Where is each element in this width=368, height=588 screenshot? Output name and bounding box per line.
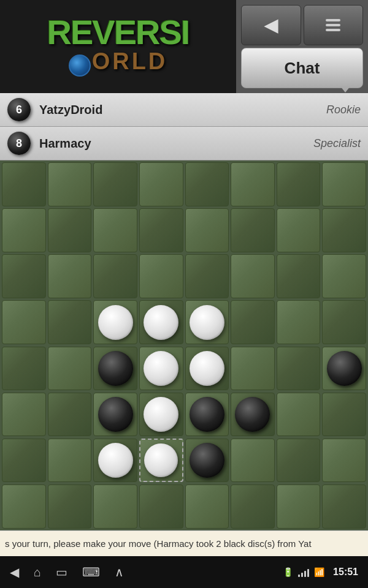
cell-3-4[interactable] bbox=[185, 300, 229, 344]
menu-line-2 bbox=[326, 24, 340, 26]
cell-6-4[interactable] bbox=[185, 439, 229, 483]
cell-4-0[interactable] bbox=[2, 347, 46, 391]
cell-1-1[interactable] bbox=[48, 208, 92, 252]
cell-4-3[interactable] bbox=[139, 347, 183, 391]
cell-2-1[interactable] bbox=[48, 254, 92, 298]
cell-5-5[interactable] bbox=[231, 393, 275, 437]
cell-0-7[interactable] bbox=[322, 162, 366, 206]
signal-bar-4 bbox=[307, 569, 309, 577]
cell-3-0[interactable] bbox=[2, 300, 46, 344]
android-back-icon[interactable]: ◀ bbox=[10, 565, 19, 579]
android-keyboard-icon[interactable]: ⌨ bbox=[82, 565, 100, 579]
chat-bubble-tail bbox=[340, 86, 350, 92]
cell-5-6[interactable] bbox=[277, 393, 321, 437]
cell-1-0[interactable] bbox=[2, 208, 46, 252]
cell-6-1[interactable] bbox=[48, 439, 92, 483]
cell-6-0[interactable] bbox=[2, 439, 46, 483]
cell-5-3[interactable] bbox=[139, 393, 183, 437]
player-rank-1: Specialist bbox=[313, 137, 361, 150]
chat-button[interactable]: Chat bbox=[241, 48, 363, 88]
disc-white-6-2 bbox=[98, 443, 133, 478]
status-text: s your turn, please make your move (Harm… bbox=[5, 538, 312, 549]
cell-7-5[interactable] bbox=[231, 484, 275, 529]
cell-0-5[interactable] bbox=[231, 162, 275, 206]
cell-3-2[interactable] bbox=[93, 300, 137, 344]
cell-2-6[interactable] bbox=[277, 254, 321, 298]
status-bar: s your turn, please make your move (Harm… bbox=[0, 530, 368, 556]
cell-4-6[interactable] bbox=[277, 347, 321, 391]
cell-3-1[interactable] bbox=[48, 300, 92, 344]
menu-line-3 bbox=[326, 29, 340, 31]
cell-2-4[interactable] bbox=[185, 254, 229, 298]
cell-4-5[interactable] bbox=[231, 347, 275, 391]
battery-icon: 🔋 bbox=[283, 567, 293, 577]
disc-white-4-3 bbox=[144, 351, 178, 386]
android-up-icon[interactable]: ∧ bbox=[115, 565, 124, 579]
cell-5-1[interactable] bbox=[48, 393, 92, 437]
cell-0-4[interactable] bbox=[185, 162, 229, 206]
signal-bar-2 bbox=[301, 573, 303, 577]
android-home-icon[interactable]: ⌂ bbox=[34, 565, 41, 579]
logo-earth-icon bbox=[69, 55, 91, 77]
cell-7-6[interactable] bbox=[277, 484, 321, 529]
system-time: 15:51 bbox=[333, 567, 358, 578]
cell-4-7[interactable] bbox=[322, 347, 366, 391]
disc-white-4-4 bbox=[190, 351, 224, 386]
cell-7-4[interactable] bbox=[185, 484, 229, 529]
cell-3-6[interactable] bbox=[277, 300, 321, 344]
cell-6-6[interactable] bbox=[277, 439, 321, 483]
signal-bars bbox=[298, 567, 309, 577]
disc-white-3-3 bbox=[144, 305, 178, 340]
player-name-0: YatzyDroid bbox=[39, 103, 326, 117]
cell-1-6[interactable] bbox=[277, 208, 321, 252]
cell-3-7[interactable] bbox=[322, 300, 366, 344]
cell-3-5[interactable] bbox=[231, 300, 275, 344]
cell-3-3[interactable] bbox=[139, 300, 183, 344]
cell-7-3[interactable] bbox=[139, 484, 183, 529]
back-button[interactable]: ◀ bbox=[241, 5, 301, 45]
cell-7-1[interactable] bbox=[48, 484, 92, 529]
cell-0-3[interactable] bbox=[139, 162, 183, 206]
cell-2-2[interactable] bbox=[93, 254, 137, 298]
disc-black-5-4 bbox=[190, 397, 224, 432]
player-ball-1: 8 bbox=[7, 132, 31, 155]
cell-6-7[interactable] bbox=[322, 439, 366, 483]
cell-2-3[interactable] bbox=[139, 254, 183, 298]
game-board bbox=[2, 162, 366, 529]
android-recent-icon[interactable]: ▭ bbox=[56, 565, 67, 579]
cell-6-2[interactable] bbox=[93, 439, 137, 483]
cell-7-0[interactable] bbox=[2, 484, 46, 529]
cell-5-2[interactable] bbox=[93, 393, 137, 437]
cell-0-2[interactable] bbox=[93, 162, 137, 206]
cell-1-4[interactable] bbox=[185, 208, 229, 252]
cell-4-4[interactable] bbox=[185, 347, 229, 391]
cell-6-3[interactable] bbox=[139, 439, 183, 483]
menu-button[interactable] bbox=[304, 5, 364, 45]
cell-6-5[interactable] bbox=[231, 439, 275, 483]
cell-7-2[interactable] bbox=[93, 484, 137, 529]
board-container bbox=[0, 160, 368, 530]
cell-7-7[interactable] bbox=[322, 484, 366, 529]
cell-2-5[interactable] bbox=[231, 254, 275, 298]
cell-5-7[interactable] bbox=[322, 393, 366, 437]
disc-black-4-2 bbox=[98, 351, 133, 386]
cell-1-5[interactable] bbox=[231, 208, 275, 252]
cell-1-7[interactable] bbox=[322, 208, 366, 252]
logo-reversi: REVERSI bbox=[47, 13, 190, 51]
cell-2-7[interactable] bbox=[322, 254, 366, 298]
nav-icons-left: ◀ ⌂ ▭ ⌨ ∧ bbox=[10, 565, 124, 579]
cell-4-1[interactable] bbox=[48, 347, 92, 391]
cell-4-2[interactable] bbox=[93, 347, 137, 391]
cell-5-4[interactable] bbox=[185, 393, 229, 437]
cell-1-3[interactable] bbox=[139, 208, 183, 252]
logo-area: REVERSI ORLD bbox=[0, 0, 236, 93]
cell-2-0[interactable] bbox=[2, 254, 46, 298]
player-row-0: 6YatzyDroidRookie bbox=[0, 93, 368, 127]
cell-0-1[interactable] bbox=[48, 162, 92, 206]
cell-0-0[interactable] bbox=[2, 162, 46, 206]
logo-world: ORLD bbox=[92, 48, 168, 74]
cell-5-0[interactable] bbox=[2, 393, 46, 437]
cell-0-6[interactable] bbox=[277, 162, 321, 206]
cell-1-2[interactable] bbox=[93, 208, 137, 252]
back-icon: ◀ bbox=[264, 15, 278, 36]
